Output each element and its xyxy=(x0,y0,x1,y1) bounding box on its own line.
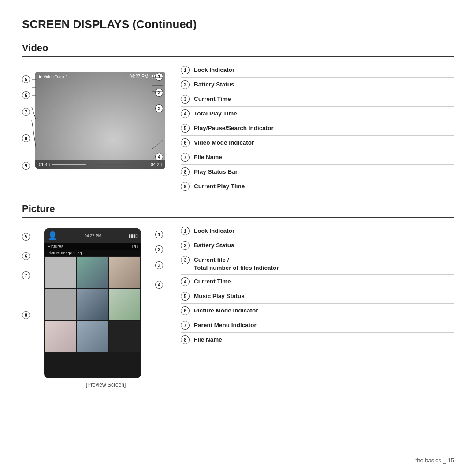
picture-section-title: Picture xyxy=(22,203,454,215)
picture-legend: 1 Lock Indicator 2 Battery Status 3 Curr… xyxy=(181,224,454,388)
picture-count: 1/8 xyxy=(131,244,138,249)
pic-callout-4: 4 xyxy=(155,281,163,289)
video-legend-row-6: 6 Video Mode Indicator xyxy=(181,136,454,150)
video-section: Video 5 6 7 8 9 xyxy=(22,42,454,193)
video-legend-text-8: Play Status Bar xyxy=(194,167,238,176)
picture-battery: ▮▮▮▯ xyxy=(129,234,138,238)
picture-device-area: 5 6 7 8 👤 04:27 PM ▮▮▮▯ xyxy=(22,224,167,388)
picture-content: 5 6 7 8 👤 04:27 PM ▮▮▮▯ xyxy=(22,224,454,388)
video-time-left: 01:46 xyxy=(39,162,50,167)
video-bg xyxy=(35,72,165,169)
video-top-bar: ▶ Video Track 1 04:27 PM ▮▮▮▯ xyxy=(35,74,165,79)
video-content: 5 6 7 8 9 ▶ Video Track 1 04:27 PM xyxy=(22,63,454,193)
footer: the basics _ 15 xyxy=(416,457,454,464)
video-legend-text-2: Battery Status xyxy=(194,80,234,89)
video-legend-row-1: 1 Lock Indicator xyxy=(181,63,454,78)
picture-folder: Pictures xyxy=(48,244,63,249)
picture-legend-row-2: 2 Battery Status xyxy=(181,238,454,253)
picture-legend-text-1: Lock Indicator xyxy=(194,227,234,235)
video-legend-text-3: Current Time xyxy=(194,95,231,103)
title-divider xyxy=(22,34,454,34)
video-legend-row-2: 2 Battery Status xyxy=(181,78,454,92)
page: SCREEN DISPLAYS (Continued) Video 5 6 7 … xyxy=(0,0,476,411)
picture-legend-row-6: 6 Picture Mode Indicator xyxy=(181,304,454,318)
picture-legend-num-3: 3 xyxy=(181,256,190,264)
callout-7: 7 xyxy=(22,108,30,116)
picture-grid xyxy=(44,256,141,353)
callout-9: 9 xyxy=(22,162,30,170)
picture-legend-num-6: 6 xyxy=(181,306,190,315)
pic-thumb-1 xyxy=(45,257,76,288)
callout-6: 6 xyxy=(22,91,30,99)
video-legend-list: 1 Lock Indicator 2 Battery Status 3 Curr… xyxy=(181,63,454,193)
picture-legend-list: 1 Lock Indicator 2 Battery Status 3 Curr… xyxy=(181,224,454,347)
video-legend-num-1: 1 xyxy=(181,66,190,74)
page-title: SCREEN DISPLAYS (Continued) xyxy=(22,18,454,31)
video-legend-num-3: 3 xyxy=(181,95,190,104)
video-legend-row-3: 3 Current Time xyxy=(181,92,454,107)
pic-callout-5: 5 xyxy=(22,233,30,241)
picture-legend-text-8: File Name xyxy=(194,335,222,344)
picture-status-bar: 👤 04:27 PM ▮▮▮▯ xyxy=(44,228,141,243)
picture-legend-row-3: 3 Current file /Total number of files In… xyxy=(181,253,454,275)
picture-legend-row-4: 4 Current Time xyxy=(181,275,454,289)
callout-1: 1 xyxy=(155,73,163,81)
callout-4: 4 xyxy=(155,153,163,161)
video-screen: ▶ Video Track 1 04:27 PM ▮▮▮▯ 01:46 xyxy=(35,72,165,169)
picture-legend-num-7: 7 xyxy=(181,321,190,330)
picture-legend-text-6: Picture Mode Indicator xyxy=(194,306,258,315)
picture-screen: 👤 04:27 PM ▮▮▮▯ Pictures 1/8 Picture Ima… xyxy=(44,228,141,378)
preview-label: [Preview Screen] xyxy=(44,382,167,388)
pic-thumb-9 xyxy=(109,321,140,352)
video-legend-num-7: 7 xyxy=(181,153,190,162)
play-icon: ▶ Video Track 1 xyxy=(39,74,68,79)
video-legend-text-4: Total Play Time xyxy=(194,109,237,118)
picture-legend-row-7: 7 Parent Menu Indicator xyxy=(181,318,454,333)
picture-legend-num-1: 1 xyxy=(181,227,190,235)
video-legend: 1 Lock Indicator 2 Battery Status 3 Curr… xyxy=(181,63,454,193)
video-legend-row-7: 7 File Name xyxy=(181,150,454,165)
video-section-rule xyxy=(22,56,454,57)
video-device-mockup: ▶ Video Track 1 04:27 PM ▮▮▮▯ 01:46 xyxy=(35,72,165,169)
callout-3: 3 xyxy=(155,104,163,112)
video-legend-text-1: Lock Indicator xyxy=(194,66,234,74)
pic-thumb-5 xyxy=(77,289,108,320)
video-section-title: Video xyxy=(22,42,454,54)
pic-callout-1: 1 xyxy=(155,231,163,238)
video-legend-num-4: 4 xyxy=(181,109,190,118)
picture-section-rule xyxy=(22,217,454,218)
pic-thumb-3 xyxy=(109,257,140,288)
video-progress-bar xyxy=(52,164,148,165)
picture-time-display: 04:27 PM xyxy=(85,234,102,238)
picture-legend-num-5: 5 xyxy=(181,292,190,301)
video-legend-num-8: 8 xyxy=(181,167,190,176)
picture-legend-text-4: Current Time xyxy=(194,277,231,286)
video-legend-num-2: 2 xyxy=(181,80,190,89)
picture-legend-num-4: 4 xyxy=(181,277,190,286)
picture-title-bar: Pictures 1/8 xyxy=(44,243,141,250)
video-legend-text-6: Video Mode Indicator xyxy=(194,138,254,147)
picture-filename: Picture Image 1.jpg xyxy=(44,250,141,256)
picture-legend-row-8: 8 File Name xyxy=(181,333,454,347)
callout-2: 2 xyxy=(155,89,163,97)
picture-legend-row-5: 5 Music Play Status xyxy=(181,289,454,304)
video-legend-row-8: 8 Play Status Bar xyxy=(181,165,454,179)
picture-legend-num-8: 8 xyxy=(181,335,190,344)
video-legend-num-5: 5 xyxy=(181,124,190,133)
video-legend-text-7: File Name xyxy=(194,153,222,161)
video-legend-text-5: Play/Pause/Search Indicator xyxy=(194,124,274,132)
video-legend-num-9: 9 xyxy=(181,182,190,191)
callout-8: 8 xyxy=(22,134,30,142)
pic-callout-2: 2 xyxy=(155,245,163,253)
video-progress-fill xyxy=(52,164,86,165)
picture-legend-text-7: Parent Menu Indicator xyxy=(194,321,257,329)
video-legend-row-4: 4 Total Play Time xyxy=(181,107,454,121)
pic-thumb-2 xyxy=(77,257,108,288)
pic-callout-7: 7 xyxy=(22,271,30,279)
video-time-right: 04:28 xyxy=(151,162,162,167)
video-legend-text-9: Current Play Time xyxy=(194,182,245,190)
video-bottom-bar: 01:46 04:28 xyxy=(35,160,165,169)
picture-legend-text-3: Current file /Total number of files Indi… xyxy=(194,256,279,271)
picture-section: Picture 5 6 7 8 👤 04:2 xyxy=(22,203,454,388)
pic-thumb-7 xyxy=(45,321,76,352)
